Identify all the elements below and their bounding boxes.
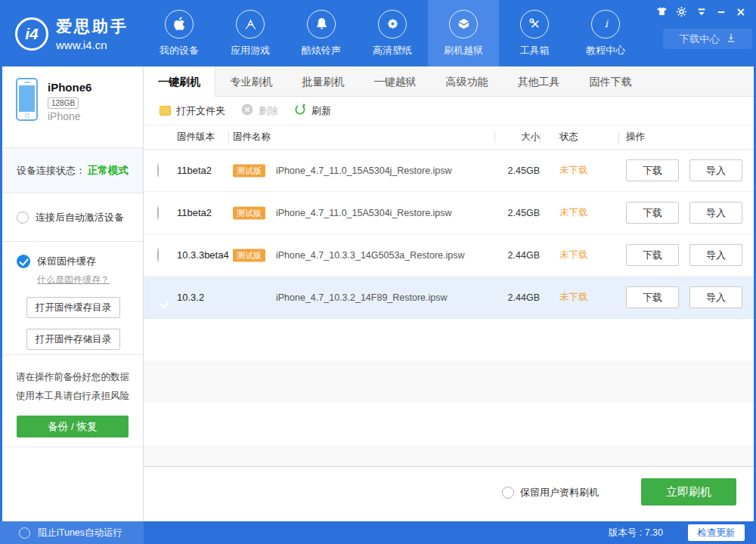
import-button[interactable]: 导入 — [689, 159, 742, 181]
firmware-row[interactable]: 11beta2 测试版 iPhone_4.7_11.0_15A5304i_Res… — [144, 192, 754, 234]
nav-item-tutorials[interactable]: i 教程中心 — [570, 0, 641, 66]
close-icon[interactable] — [735, 6, 746, 17]
nav-item-toolbox[interactable]: 工具箱 — [499, 0, 570, 66]
connection-status-panel: 设备连接状态：正常模式 — [2, 148, 143, 193]
backup-restore-button[interactable]: 备份 / 恢复 — [17, 416, 129, 437]
firmware-filename: iPhone_4.7_10.3.3_14G5053a_Restore.ipsw — [276, 250, 465, 261]
app-url: www.i4.cn — [56, 39, 129, 51]
keep-user-data-label: 保留用户资料刷机 — [520, 486, 599, 499]
download-button[interactable]: 下载 — [626, 159, 679, 181]
beta-badge: 测试版 — [233, 164, 265, 177]
firmware-size: 2.45GB — [494, 165, 540, 176]
nav-label: 教程中心 — [586, 44, 625, 57]
open-storage-dir-button[interactable]: 打开固件存储目录 — [26, 329, 120, 350]
keep-cache-label: 保留固件缓存 — [37, 255, 96, 268]
i4-assistant-window: i4 爱思助手 www.i4.cn 我的设备 应用游戏 — [0, 0, 756, 544]
device-info-panel: iPhone6 128GB iPhone — [2, 66, 143, 148]
check-update-button[interactable]: 检查更新 — [688, 524, 745, 541]
device-name: iPhone6 — [48, 81, 91, 94]
block-itunes-radio[interactable] — [19, 527, 30, 539]
firmware-status: 未下载 — [540, 249, 618, 261]
device-capacity-badge: 128GB — [48, 97, 79, 109]
refresh-button[interactable]: 刷新 — [294, 104, 331, 118]
beta-badge: 测试版 — [233, 249, 265, 261]
open-cache-dir-button[interactable]: 打开固件缓存目录 — [26, 297, 120, 318]
firmware-select-radio[interactable] — [157, 248, 159, 262]
col-header-name: 固件名称 — [228, 125, 494, 149]
skin-icon[interactable] — [656, 6, 668, 17]
keep-user-data-radio[interactable] — [502, 487, 514, 499]
download-arrow-icon — [726, 32, 736, 45]
refresh-icon — [294, 104, 306, 118]
empty-table-row — [144, 403, 754, 445]
minimize-icon[interactable] — [715, 6, 727, 17]
folder-icon — [160, 106, 171, 116]
tab-firmware-download[interactable]: 固件下载 — [575, 66, 646, 96]
cache-help-link[interactable]: 什么是固件缓存？ — [37, 274, 110, 286]
window-controls — [656, 6, 746, 17]
firmware-version: 10.3.3beta4 — [177, 249, 228, 261]
firmware-select-radio[interactable] — [157, 206, 159, 220]
tab-advanced[interactable]: 高级功能 — [431, 66, 503, 96]
flower-icon — [378, 10, 407, 39]
nav-item-apps-games[interactable]: 应用游戏 — [215, 0, 286, 66]
download-center-button[interactable]: 下载中心 — [663, 29, 752, 49]
window-border-left — [0, 66, 2, 521]
download-button[interactable]: 下载 — [626, 202, 679, 224]
main-menu-icon[interactable] — [696, 6, 707, 17]
firmware-row[interactable]: 10.3.3beta4 测试版 iPhone_4.7_10.3.3_14G505… — [144, 234, 754, 277]
firmware-filename: iPhone_4.7_11.0_15A5304i_Restore.ipsw — [276, 208, 452, 218]
connection-status-value: 正常模式 — [88, 165, 129, 176]
bell-icon — [307, 10, 336, 39]
import-button[interactable]: 导入 — [689, 286, 742, 308]
firmware-version: 10.3.2 — [177, 292, 228, 303]
col-header-operations: 操作 — [618, 125, 754, 149]
tab-one-click-jailbreak[interactable]: 一键越狱 — [359, 66, 431, 96]
app-title: 爱思助手 — [56, 16, 129, 37]
tab-bar: 一键刷机 专业刷机 批量刷机 一键越狱 高级功能 其他工具 固件下载 — [144, 66, 754, 97]
delete-button[interactable]: 删除 — [241, 104, 278, 118]
import-button[interactable]: 导入 — [689, 244, 742, 266]
tab-one-click-flash[interactable]: 一键刷机 — [144, 66, 215, 97]
nav-label: 刷机越狱 — [444, 44, 483, 57]
backup-warning-panel: 请在操作前备份好您的数据 使用本工具请自行承担风险 备份 / 恢复 — [2, 355, 143, 447]
firmware-version: 11beta2 — [177, 207, 228, 218]
open-folder-button[interactable]: 打开文件夹 — [160, 104, 225, 118]
import-button[interactable]: 导入 — [689, 202, 742, 224]
nav-item-my-devices[interactable]: 我的设备 — [144, 0, 215, 66]
firmware-select-radio[interactable] — [157, 163, 159, 178]
firmware-row[interactable]: 11beta2 测试版 iPhone_4.7_11.0_15A5304j_Res… — [144, 150, 754, 192]
download-button[interactable]: 下载 — [626, 244, 679, 266]
empty-table-row — [144, 445, 754, 466]
warning-line-1: 请在操作前备份好您的数据 — [2, 368, 143, 387]
auto-activate-option: 连接后自动激活设备 — [2, 193, 143, 242]
keep-cache-checkbox[interactable] — [17, 255, 30, 268]
nav-item-wallpapers[interactable]: 高清壁纸 — [357, 0, 428, 66]
device-type: iPhone — [48, 110, 81, 122]
nav-item-flash-jailbreak[interactable]: 刷机越狱 — [428, 0, 499, 66]
apple-icon — [165, 10, 194, 39]
nav-label: 酷炫铃声 — [302, 44, 341, 57]
nav-label: 工具箱 — [520, 44, 550, 57]
tools-icon — [520, 10, 549, 39]
nav-item-ringtones[interactable]: 酷炫铃声 — [286, 0, 357, 66]
delete-circle-icon — [241, 104, 253, 118]
beta-badge: 测试版 — [233, 206, 265, 219]
firmware-cache-panel: 保留固件缓存 什么是固件缓存？ 打开固件缓存目录 打开固件存储目录 — [2, 242, 143, 355]
info-icon: i — [591, 10, 620, 39]
firmware-status: 未下载 — [540, 291, 618, 304]
flash-now-button[interactable]: 立即刷机 — [641, 478, 736, 505]
flash-action-panel: 保留用户资料刷机 立即刷机 — [144, 466, 754, 521]
auto-activate-radio[interactable] — [17, 212, 29, 224]
tab-other-tools[interactable]: 其他工具 — [503, 66, 575, 96]
tab-pro-flash[interactable]: 专业刷机 — [215, 66, 287, 96]
firmware-row-selected[interactable]: 10.3.2 iPhone_4.7_10.3.2_14F89_Restore.i… — [144, 277, 754, 319]
firmware-size: 2.44GB — [494, 250, 540, 261]
download-button[interactable]: 下载 — [626, 286, 679, 308]
settings-gear-icon[interactable] — [676, 6, 687, 17]
tab-batch-flash[interactable]: 批量刷机 — [287, 66, 359, 96]
sidebar: iPhone6 128GB iPhone 设备连接状态：正常模式 连接后自动激活… — [2, 66, 144, 521]
block-itunes-option: 阻止iTunes自动运行 — [0, 521, 144, 544]
firmware-size: 2.44GB — [494, 292, 540, 303]
col-header-status: 状态 — [540, 125, 618, 149]
